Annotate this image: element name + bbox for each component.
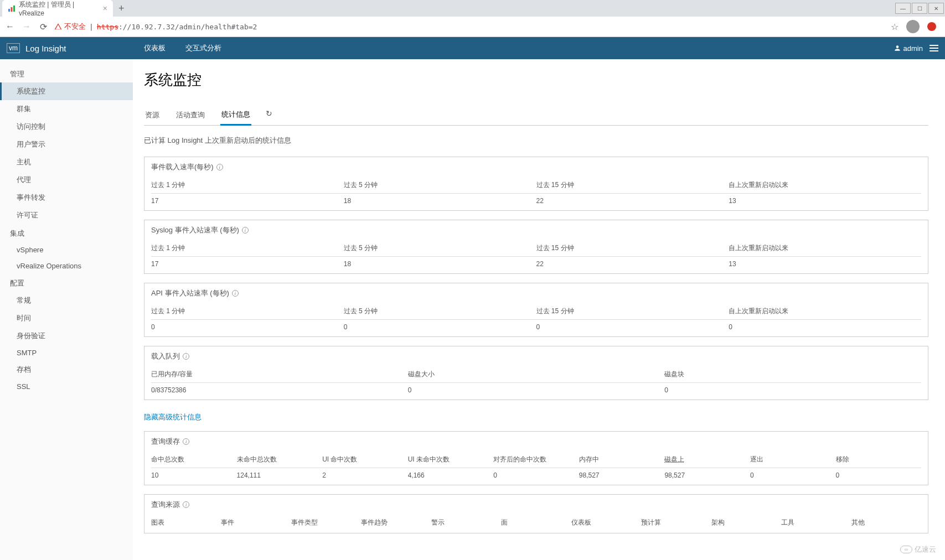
- syslog-rate-1min: 17: [151, 257, 344, 273]
- stats-description: 已计算 Log Insight 上次重新启动后的统计信息: [144, 136, 928, 146]
- sidebar-item-user-alerts[interactable]: 用户警示: [0, 136, 133, 153]
- value-hits: 10: [151, 468, 237, 485]
- panel-syslog-rate: Syslog 事件入站速率 (每秒)i 过去 1 分钟 过去 5 分钟 过去 1…: [144, 220, 928, 274]
- user-icon: [894, 44, 901, 52]
- info-icon[interactable]: i: [242, 227, 249, 234]
- tab-active-queries[interactable]: 活动查询: [175, 106, 206, 125]
- panel-title-query-cache: 查询缓存: [151, 437, 180, 447]
- sidebar-item-vrops[interactable]: vRealize Operations: [0, 258, 133, 274]
- sidebar-item-smtp[interactable]: SMTP: [0, 345, 133, 361]
- info-icon[interactable]: i: [183, 501, 189, 508]
- username-label: admin: [903, 44, 923, 53]
- window-maximize-button[interactable]: ☐: [912, 3, 927, 14]
- info-icon[interactable]: i: [216, 164, 223, 170]
- sidebar-item-cluster[interactable]: 群集: [0, 100, 133, 118]
- info-icon[interactable]: i: [232, 290, 239, 297]
- ingest-rate-15min: 22: [536, 194, 729, 210]
- url-scheme: https: [97, 23, 118, 31]
- sidebar-item-hosts[interactable]: 主机: [0, 153, 133, 171]
- profile-avatar-icon[interactable]: [906, 20, 920, 33]
- api-rate-1min: 0: [151, 320, 344, 336]
- value-ui-hits: 2: [322, 468, 408, 485]
- window-controls: — ☐ ✕: [895, 3, 945, 14]
- product-name: Log Insight: [25, 44, 66, 53]
- header-on-disk: 磁盘上: [664, 452, 750, 468]
- value-evict: 0: [750, 468, 836, 485]
- sidebar-item-archive[interactable]: 存档: [0, 361, 133, 378]
- not-secure-badge: 不安全: [54, 22, 86, 32]
- sidebar-item-vsphere[interactable]: vSphere: [0, 242, 133, 258]
- nav-reload-button[interactable]: ⟳: [38, 21, 49, 32]
- panel-title-ingest-rate: 事件载入速率(每秒): [151, 162, 214, 172]
- tab-bar: 系统监控 | 管理员 | vRealize × + — ☐ ✕: [0, 0, 945, 17]
- api-rate-since: 0: [729, 320, 921, 336]
- sidebar-item-auth[interactable]: 身份验证: [0, 327, 133, 345]
- panel-ingest-rate: 事件载入速率(每秒)i 过去 1 分钟 过去 5 分钟 过去 15 分钟 自上次…: [144, 157, 928, 211]
- info-icon[interactable]: i: [183, 353, 189, 360]
- header-miss: 未命中总次数: [237, 452, 323, 468]
- refresh-icon[interactable]: ↻: [266, 109, 272, 121]
- sidebar-item-time[interactable]: 时间: [0, 309, 133, 327]
- header-used-memory: 已用内存/容量: [151, 366, 408, 383]
- nav-back-button[interactable]: ←: [4, 21, 16, 32]
- value-ui-miss: 4,166: [408, 468, 494, 485]
- header-evict: 逐出: [750, 452, 836, 468]
- app-header: vm Log Insight 仪表板 交互式分析 admin: [0, 37, 945, 59]
- panel-query-source: 查询来源i 图表 事件 事件类型 事件趋势 警示 面 仪表板 预计算 架构 工具…: [144, 494, 928, 533]
- sidebar-group-management: 管理: [0, 65, 133, 82]
- value-on-disk: 98,527: [664, 468, 750, 485]
- window-close-button[interactable]: ✕: [928, 3, 944, 14]
- header-event-trend: 事件趋势: [361, 515, 431, 527]
- info-icon[interactable]: i: [183, 438, 189, 445]
- favicon-icon: [8, 4, 16, 12]
- app-body: 管理 系统监控 群集 访问控制 用户警示 主机 代理 事件转发 许可证 集成 v…: [0, 59, 945, 560]
- url-path: ://10.92.7.32/admin/health#tab=2: [118, 23, 257, 31]
- value-unaligned: 0: [493, 468, 579, 485]
- hide-advanced-stats-link[interactable]: 隐藏高级统计信息: [144, 412, 202, 422]
- browser-tab[interactable]: 系统监控 | 管理员 | vRealize ×: [2, 0, 113, 17]
- sidebar-item-ssl[interactable]: SSL: [0, 378, 133, 395]
- panel-query-cache: 查询缓存i 命中总次数 未命中总次数 UI 命中次数 UI 未命中次数 对齐后的…: [144, 431, 928, 485]
- user-menu[interactable]: admin: [894, 44, 923, 53]
- new-tab-button[interactable]: +: [113, 3, 130, 14]
- svg-rect-2: [13, 6, 15, 12]
- col-header-15min: 过去 15 分钟: [536, 177, 729, 194]
- page-title: 系统监控: [144, 70, 928, 90]
- sidebar-item-agents[interactable]: 代理: [0, 171, 133, 189]
- panel-api-rate: API 事件入站速率 (每秒)i 过去 1 分钟 过去 5 分钟 过去 15 分…: [144, 283, 928, 337]
- sidebar-item-system-monitor[interactable]: 系统监控: [0, 82, 133, 100]
- header-other: 其他: [851, 515, 921, 527]
- header-remove: 移除: [836, 452, 922, 468]
- header-alert: 警示: [431, 515, 501, 527]
- api-rate-15min: 0: [536, 320, 729, 336]
- sidebar-item-access-control[interactable]: 访问控制: [0, 118, 133, 136]
- nav-dashboards[interactable]: 仪表板: [144, 43, 166, 53]
- header-facet: 面: [501, 515, 571, 527]
- header-schema: 架构: [711, 515, 781, 527]
- header-precalc: 预计算: [641, 515, 711, 527]
- vm-logo-mark: vm: [7, 43, 20, 53]
- tabs: 资源 活动查询 统计信息 ↻: [144, 105, 928, 126]
- ingest-rate-since: 13: [729, 194, 921, 210]
- sidebar-group-integration: 集成: [0, 224, 133, 242]
- content-area: 系统监控 资源 活动查询 统计信息 ↻ 已计算 Log Insight 上次重新…: [133, 59, 945, 560]
- url-input[interactable]: 不安全 | https://10.92.7.32/admin/health#ta…: [54, 22, 885, 32]
- nav-forward-button[interactable]: →: [21, 21, 32, 32]
- header-in-mem: 内存中: [579, 452, 665, 468]
- app-logo[interactable]: vm Log Insight: [7, 43, 144, 53]
- extension-icon[interactable]: [927, 22, 936, 31]
- panel-title-syslog-rate: Syslog 事件入站速率 (每秒): [151, 225, 239, 235]
- window-minimize-button[interactable]: —: [895, 3, 911, 14]
- hamburger-menu-icon[interactable]: [929, 45, 938, 51]
- sidebar-item-general[interactable]: 常规: [0, 292, 133, 309]
- sidebar-item-event-forwarding[interactable]: 事件转发: [0, 189, 133, 206]
- sidebar-item-license[interactable]: 许可证: [0, 206, 133, 224]
- nav-interactive-analytics[interactable]: 交互式分析: [185, 43, 221, 53]
- tab-statistics[interactable]: 统计信息: [220, 105, 251, 126]
- panel-title-ingest-queue: 载入队列: [151, 351, 180, 361]
- value-in-mem: 98,527: [579, 468, 665, 485]
- bookmark-star-icon[interactable]: ☆: [891, 22, 898, 32]
- tab-close-icon[interactable]: ×: [103, 4, 107, 13]
- tab-resources[interactable]: 资源: [144, 106, 161, 125]
- browser-chrome: 系统监控 | 管理员 | vRealize × + — ☐ ✕ ← → ⟳ 不安…: [0, 0, 945, 37]
